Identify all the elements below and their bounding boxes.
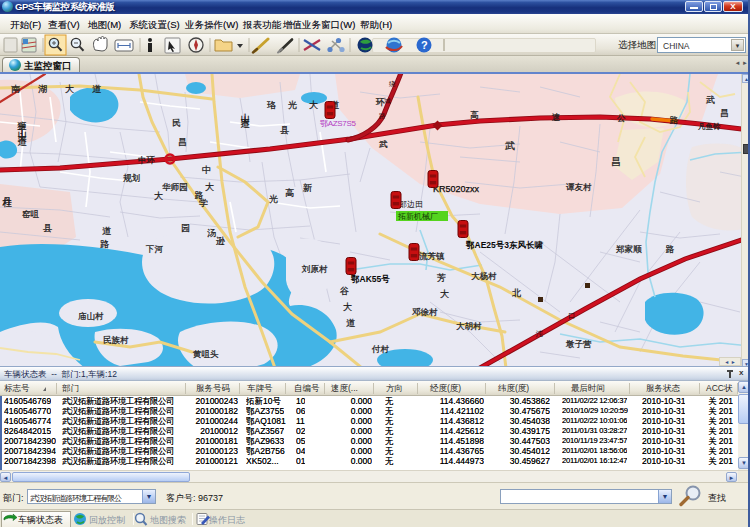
- svg-text:凡鱼铃: 凡鱼铃: [698, 122, 721, 131]
- svg-text:窑咀: 窑咀: [22, 209, 40, 219]
- svg-text:道: 道: [102, 226, 111, 236]
- svg-text:鄂AE25号3东风长啸: 鄂AE25号3东风长啸: [465, 240, 543, 250]
- svg-text:流芳镇: 流芳镇: [419, 251, 445, 261]
- svg-text:昌: 昌: [178, 137, 187, 147]
- svg-text:昌: 昌: [720, 108, 729, 118]
- svg-text:路: 路: [665, 244, 675, 254]
- svg-text:华师园: 华师园: [162, 182, 188, 192]
- svg-text:光: 光: [269, 194, 278, 204]
- svg-text:武: 武: [379, 139, 388, 149]
- svg-text:道: 道: [346, 318, 355, 328]
- svg-text:KR5020zxx: KR5020zxx: [433, 184, 480, 194]
- svg-text:邵边田: 邵边田: [399, 200, 423, 209]
- svg-text:口: 口: [568, 312, 575, 320]
- svg-text:谭友村: 谭友村: [566, 182, 592, 192]
- svg-text:大: 大: [154, 191, 163, 201]
- svg-text:沌: 沌: [535, 330, 543, 338]
- svg-text:付村: 付村: [371, 344, 390, 354]
- svg-text:新: 新: [303, 183, 312, 193]
- svg-text:芳: 芳: [437, 273, 446, 283]
- svg-text:大杨村: 大杨村: [471, 271, 497, 281]
- svg-text:绕: 绕: [389, 80, 396, 87]
- svg-text:武: 武: [505, 140, 515, 151]
- svg-text:学: 学: [199, 198, 208, 208]
- svg-text:路: 路: [669, 115, 679, 125]
- svg-text:规划: 规划: [123, 173, 140, 183]
- svg-text:墩子营: 墩子营: [565, 339, 592, 349]
- svg-text:中环: 中环: [138, 155, 156, 165]
- svg-text:城: 城: [384, 97, 391, 104]
- svg-text:北: 北: [512, 288, 521, 298]
- svg-text:武: 武: [706, 95, 715, 105]
- svg-text:园: 园: [181, 223, 190, 233]
- svg-text:路: 路: [100, 239, 109, 249]
- svg-text:大: 大: [343, 302, 352, 312]
- svg-text:路: 路: [379, 112, 386, 120]
- svg-text:大: 大: [205, 182, 214, 192]
- svg-text:大胡村: 大胡村: [456, 321, 482, 331]
- svg-text:拓新机械厂: 拓新机械厂: [397, 212, 438, 221]
- svg-text:高: 高: [470, 110, 479, 120]
- svg-text:高: 高: [285, 188, 294, 198]
- svg-text:汤: 汤: [207, 228, 216, 238]
- svg-text:环: 环: [375, 97, 385, 107]
- svg-text:民: 民: [172, 118, 181, 128]
- svg-text:公: 公: [617, 113, 626, 123]
- svg-text:速: 速: [552, 112, 561, 122]
- svg-text:刘原村: 刘原村: [301, 264, 328, 274]
- svg-text:庙山村: 庙山村: [78, 311, 104, 321]
- svg-text:谷: 谷: [340, 286, 349, 296]
- svg-text:郑家顺: 郑家顺: [616, 244, 642, 254]
- svg-text:?: ?: [421, 39, 428, 51]
- svg-text:鄂AK55号: 鄂AK55号: [350, 274, 390, 284]
- svg-text:黄咀头: 黄咀头: [192, 349, 219, 359]
- svg-text:中: 中: [202, 165, 211, 175]
- svg-text:珞光大道: 珞光大道: [267, 100, 351, 110]
- svg-text:昌: 昌: [611, 156, 621, 167]
- svg-text:民族村: 民族村: [103, 335, 129, 345]
- svg-text:逊: 逊: [216, 236, 225, 246]
- svg-text:鄂AZS7S5: 鄂AZS7S5: [320, 119, 357, 128]
- svg-text:县: 县: [280, 125, 289, 135]
- svg-text:南湖大道: 南湖大道: [11, 84, 119, 94]
- svg-text:县: 县: [43, 223, 52, 233]
- svg-text:邓徐村: 邓徐村: [412, 307, 438, 317]
- svg-text:大: 大: [440, 289, 449, 299]
- svg-text:下河: 下河: [145, 244, 164, 254]
